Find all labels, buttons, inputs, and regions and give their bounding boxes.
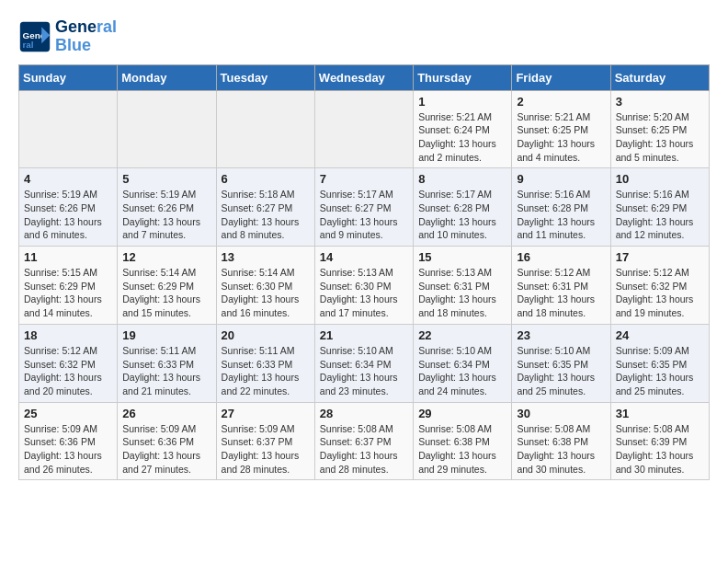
header-row: SundayMondayTuesdayWednesdayThursdayFrid… — [19, 64, 710, 90]
day-cell: 15Sunrise: 5:13 AM Sunset: 6:31 PM Dayli… — [414, 247, 512, 325]
day-detail: Sunrise: 5:12 AM Sunset: 6:32 PM Dayligh… — [616, 266, 704, 320]
day-detail: Sunrise: 5:14 AM Sunset: 6:30 PM Dayligh… — [222, 266, 310, 320]
day-cell: 8Sunrise: 5:17 AM Sunset: 6:28 PM Daylig… — [414, 168, 512, 247]
header-cell-monday: Monday — [118, 64, 216, 90]
svg-text:ral: ral — [23, 39, 34, 49]
day-number: 20 — [222, 328, 310, 342]
day-number: 27 — [222, 407, 310, 420]
day-cell: 11Sunrise: 5:15 AM Sunset: 6:29 PM Dayli… — [19, 247, 118, 325]
day-cell — [118, 90, 216, 168]
day-cell: 1Sunrise: 5:21 AM Sunset: 6:24 PM Daylig… — [414, 90, 512, 168]
day-cell: 23Sunrise: 5:10 AM Sunset: 6:35 PM Dayli… — [512, 324, 610, 402]
day-detail: Sunrise: 5:11 AM Sunset: 6:33 PM Dayligh… — [122, 344, 210, 398]
day-number: 15 — [418, 250, 506, 264]
day-cell: 19Sunrise: 5:11 AM Sunset: 6:33 PM Dayli… — [118, 324, 216, 402]
day-detail: Sunrise: 5:17 AM Sunset: 6:28 PM Dayligh… — [418, 188, 506, 242]
day-detail: Sunrise: 5:08 AM Sunset: 6:38 PM Dayligh… — [418, 422, 506, 477]
day-detail: Sunrise: 5:09 AM Sunset: 6:35 PM Dayligh… — [616, 344, 704, 398]
day-cell: 3Sunrise: 5:20 AM Sunset: 6:25 PM Daylig… — [610, 90, 709, 168]
day-number: 19 — [122, 328, 210, 342]
header-cell-saturday: Saturday — [610, 64, 709, 90]
day-number: 31 — [616, 407, 704, 420]
day-detail: Sunrise: 5:19 AM Sunset: 6:26 PM Dayligh… — [24, 188, 112, 242]
day-cell: 18Sunrise: 5:12 AM Sunset: 6:32 PM Dayli… — [19, 324, 118, 402]
day-number: 11 — [24, 250, 112, 264]
day-cell — [19, 90, 118, 168]
day-number: 4 — [24, 172, 112, 186]
day-detail: Sunrise: 5:12 AM Sunset: 6:32 PM Dayligh… — [24, 344, 112, 398]
day-cell: 29Sunrise: 5:08 AM Sunset: 6:38 PM Dayli… — [414, 402, 512, 480]
week-row-3: 11Sunrise: 5:15 AM Sunset: 6:29 PM Dayli… — [19, 247, 710, 325]
day-number: 24 — [616, 328, 704, 342]
day-number: 14 — [320, 250, 408, 264]
day-number: 22 — [418, 328, 506, 342]
day-cell: 31Sunrise: 5:08 AM Sunset: 6:39 PM Dayli… — [610, 402, 709, 480]
week-row-4: 18Sunrise: 5:12 AM Sunset: 6:32 PM Dayli… — [19, 324, 710, 402]
day-number: 16 — [517, 250, 605, 264]
day-number: 6 — [222, 172, 310, 186]
day-detail: Sunrise: 5:19 AM Sunset: 6:26 PM Dayligh… — [122, 188, 210, 242]
day-cell: 25Sunrise: 5:09 AM Sunset: 6:36 PM Dayli… — [19, 402, 118, 480]
day-detail: Sunrise: 5:15 AM Sunset: 6:29 PM Dayligh… — [24, 266, 112, 320]
day-cell: 17Sunrise: 5:12 AM Sunset: 6:32 PM Dayli… — [610, 247, 709, 325]
header-cell-friday: Friday — [512, 64, 610, 90]
day-detail: Sunrise: 5:16 AM Sunset: 6:29 PM Dayligh… — [616, 188, 704, 242]
day-detail: Sunrise: 5:21 AM Sunset: 6:25 PM Dayligh… — [517, 110, 605, 165]
day-detail: Sunrise: 5:08 AM Sunset: 6:38 PM Dayligh… — [517, 422, 605, 477]
day-cell — [216, 90, 314, 168]
day-cell: 22Sunrise: 5:10 AM Sunset: 6:34 PM Dayli… — [414, 324, 512, 402]
day-detail: Sunrise: 5:09 AM Sunset: 6:37 PM Dayligh… — [222, 422, 310, 477]
day-cell: 27Sunrise: 5:09 AM Sunset: 6:37 PM Dayli… — [216, 402, 314, 480]
day-detail: Sunrise: 5:08 AM Sunset: 6:39 PM Dayligh… — [616, 422, 704, 477]
day-cell: 6Sunrise: 5:18 AM Sunset: 6:27 PM Daylig… — [216, 168, 314, 247]
day-number: 17 — [616, 250, 704, 264]
day-detail: Sunrise: 5:10 AM Sunset: 6:34 PM Dayligh… — [320, 344, 408, 398]
day-number: 2 — [517, 95, 605, 109]
day-number: 28 — [320, 407, 408, 420]
day-cell: 14Sunrise: 5:13 AM Sunset: 6:30 PM Dayli… — [314, 247, 413, 325]
week-row-1: 1Sunrise: 5:21 AM Sunset: 6:24 PM Daylig… — [19, 90, 710, 168]
day-cell: 28Sunrise: 5:08 AM Sunset: 6:37 PM Dayli… — [314, 402, 413, 480]
calendar-table: SundayMondayTuesdayWednesdayThursdayFrid… — [18, 64, 710, 481]
day-cell: 10Sunrise: 5:16 AM Sunset: 6:29 PM Dayli… — [610, 168, 709, 247]
day-cell: 2Sunrise: 5:21 AM Sunset: 6:25 PM Daylig… — [512, 90, 610, 168]
day-cell: 26Sunrise: 5:09 AM Sunset: 6:36 PM Dayli… — [118, 402, 216, 480]
day-detail: Sunrise: 5:09 AM Sunset: 6:36 PM Dayligh… — [122, 422, 210, 477]
week-row-2: 4Sunrise: 5:19 AM Sunset: 6:26 PM Daylig… — [19, 168, 710, 247]
day-number: 8 — [418, 172, 506, 186]
day-detail: Sunrise: 5:21 AM Sunset: 6:24 PM Dayligh… — [418, 110, 506, 165]
day-number: 9 — [517, 172, 605, 186]
day-cell: 4Sunrise: 5:19 AM Sunset: 6:26 PM Daylig… — [19, 168, 118, 247]
day-detail: Sunrise: 5:18 AM Sunset: 6:27 PM Dayligh… — [222, 188, 310, 242]
day-detail: Sunrise: 5:20 AM Sunset: 6:25 PM Dayligh… — [616, 110, 704, 165]
day-cell — [314, 90, 413, 168]
day-number: 30 — [517, 407, 605, 420]
day-number: 13 — [222, 250, 310, 264]
logo-icon: Gene ral — [18, 20, 51, 53]
day-cell: 7Sunrise: 5:17 AM Sunset: 6:27 PM Daylig… — [314, 168, 413, 247]
day-number: 29 — [418, 407, 506, 420]
page-header: Gene ral General Blue — [18, 18, 710, 55]
week-row-5: 25Sunrise: 5:09 AM Sunset: 6:36 PM Dayli… — [19, 402, 710, 480]
day-number: 25 — [24, 407, 112, 420]
day-cell: 13Sunrise: 5:14 AM Sunset: 6:30 PM Dayli… — [216, 247, 314, 325]
day-cell: 9Sunrise: 5:16 AM Sunset: 6:28 PM Daylig… — [512, 168, 610, 247]
day-detail: Sunrise: 5:14 AM Sunset: 6:29 PM Dayligh… — [122, 266, 210, 320]
day-number: 7 — [320, 172, 408, 186]
day-number: 26 — [122, 407, 210, 420]
day-detail: Sunrise: 5:10 AM Sunset: 6:35 PM Dayligh… — [517, 344, 605, 398]
day-detail: Sunrise: 5:10 AM Sunset: 6:34 PM Dayligh… — [418, 344, 506, 398]
day-detail: Sunrise: 5:09 AM Sunset: 6:36 PM Dayligh… — [24, 422, 112, 477]
day-cell: 30Sunrise: 5:08 AM Sunset: 6:38 PM Dayli… — [512, 402, 610, 480]
day-cell: 16Sunrise: 5:12 AM Sunset: 6:31 PM Dayli… — [512, 247, 610, 325]
logo-text: General Blue — [55, 18, 117, 55]
day-number: 21 — [320, 328, 408, 342]
day-detail: Sunrise: 5:16 AM Sunset: 6:28 PM Dayligh… — [517, 188, 605, 242]
day-number: 18 — [24, 328, 112, 342]
day-cell: 21Sunrise: 5:10 AM Sunset: 6:34 PM Dayli… — [314, 324, 413, 402]
day-number: 5 — [122, 172, 210, 186]
header-cell-sunday: Sunday — [19, 64, 118, 90]
header-cell-tuesday: Tuesday — [216, 64, 314, 90]
day-detail: Sunrise: 5:08 AM Sunset: 6:37 PM Dayligh… — [320, 422, 408, 477]
day-number: 10 — [616, 172, 704, 186]
